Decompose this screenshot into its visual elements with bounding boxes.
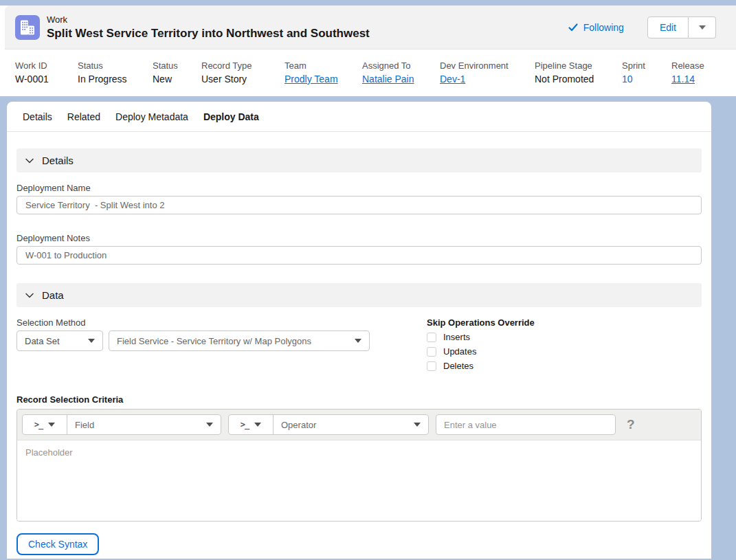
data-set-value: Field Service - Service Territory w/ Map… [117, 336, 311, 346]
chevron-down-icon [355, 339, 361, 343]
record-header-panel: Work Split West Service Territory into N… [5, 5, 736, 49]
highlight-field-value: User Story [201, 73, 279, 86]
highlight-field-label: Dev Environment [440, 60, 529, 71]
record-selection-criteria-panel: >_ Field >_ Operator [16, 409, 702, 522]
field-select[interactable]: Field [67, 415, 221, 434]
checkbox-label: Updates [443, 346, 476, 357]
chevron-down-icon [88, 339, 95, 343]
highlight-field-value: New [153, 73, 196, 86]
highlight-field-label: Release [671, 60, 706, 71]
highlight-field-value: W-0001 [15, 73, 72, 86]
section-data-header[interactable]: Data [16, 283, 702, 307]
prompt-icon: >_ [34, 420, 43, 429]
prompt-icon: >_ [241, 420, 249, 429]
tab-deploy-data[interactable]: Deploy Data [196, 102, 267, 132]
tab-related[interactable]: Related [60, 102, 108, 132]
skip-operations-label: Skip Operations Override [427, 317, 702, 328]
highlight-field-label: Assigned To [362, 60, 434, 71]
tab-bar: DetailsRelatedDeploy MetadataDeploy Data [7, 102, 711, 132]
highlight-field-value[interactable]: 10 [622, 73, 666, 86]
title-block: Work Split West Service Territory into N… [47, 14, 370, 41]
page-top-gap [0, 0, 736, 5]
edit-dropdown-button[interactable] [689, 16, 716, 38]
checkbox-label: Inserts [443, 332, 470, 342]
skip-operations-checkboxes: Inserts Updates Deletes [427, 332, 702, 371]
highlight-field-value[interactable]: 11.14 [671, 73, 706, 86]
edit-button[interactable]: Edit [647, 16, 689, 38]
page-title: Split West Service Territory into Northw… [47, 26, 370, 41]
section-title-details: Details [42, 155, 74, 166]
highlight-field-value[interactable]: Natalie Pain [362, 73, 434, 86]
tab-details[interactable]: Details [15, 102, 60, 132]
highlight-field: Assigned To Natalie Pain [362, 60, 440, 86]
deployment-name-input[interactable] [16, 196, 702, 214]
chevron-down-icon [414, 423, 421, 427]
criteria-editor[interactable] [17, 440, 701, 521]
field-placeholder: Field [75, 420, 94, 430]
tab-deploy-metadata[interactable]: Deploy Metadata [108, 102, 196, 132]
highlight-field-value: In Progress [78, 73, 147, 86]
highlights-row: Work ID W-0001 Status In Progress Status… [0, 49, 711, 96]
chevron-down-icon [699, 25, 706, 30]
field-source-select[interactable]: >_ [23, 415, 67, 434]
chevron-down-icon [254, 423, 261, 427]
record-header: Work Split West Service Territory into N… [0, 5, 736, 96]
highlight-field: Release 11.14 [671, 60, 711, 86]
highlight-field-label: Status [153, 60, 196, 71]
card-body: Details Deployment Name Deployment Notes… [7, 132, 711, 555]
check-syntax-button[interactable]: Check Syntax [16, 533, 99, 555]
highlight-field-label: Team [285, 60, 357, 71]
operator-combo: >_ Operator [228, 414, 429, 435]
data-set-select[interactable]: Field Service - Service Territory w/ Map… [109, 331, 370, 351]
highlight-field-value: Not Promoted [535, 73, 616, 86]
highlight-field-label: Status [78, 60, 147, 71]
checkbox-deletes[interactable] [427, 361, 436, 371]
highlight-field: Sprint 10 [622, 60, 671, 86]
operator-select[interactable]: Operator [274, 415, 428, 434]
highlight-field-label: Pipeline Stage [535, 60, 616, 71]
field-combo: >_ Field [22, 414, 221, 435]
selection-method-select[interactable]: Data Set [16, 331, 103, 351]
buildings-icon [19, 19, 36, 36]
work-object-icon [15, 15, 40, 40]
highlight-field: Team Prodly Team [285, 60, 362, 86]
checkbox-inserts[interactable] [427, 333, 436, 342]
deployment-notes-label: Deployment Notes [16, 233, 702, 243]
selection-method-group: Selection Method Data Set Field Service … [16, 307, 427, 371]
highlight-field: Record Type User Story [201, 60, 285, 86]
skip-operations-group: Skip Operations Override Inserts Updates… [427, 307, 702, 371]
checkbox-row: Deletes [427, 361, 702, 371]
selection-method-value: Data Set [25, 336, 60, 346]
section-title-data: Data [42, 289, 64, 301]
following-button[interactable]: Following [568, 22, 624, 33]
deployment-notes-input[interactable] [16, 246, 702, 265]
highlight-field-label: Record Type [201, 60, 279, 71]
chevron-down-icon [206, 423, 213, 427]
operator-placeholder: Operator [281, 420, 316, 430]
operator-source-select[interactable]: >_ [229, 415, 274, 434]
chevron-down-icon [48, 423, 55, 427]
highlight-field: Status New [153, 60, 201, 86]
criteria-filter-row: >_ Field >_ Operator [17, 410, 701, 440]
help-icon[interactable]: ? [627, 417, 635, 432]
highlight-field: Status In Progress [78, 60, 153, 86]
highlight-field-label: Work ID [15, 60, 72, 71]
following-label: Following [583, 22, 624, 33]
highlight-field-value[interactable]: Dev-1 [440, 73, 529, 86]
checkbox-updates[interactable] [427, 347, 436, 357]
deployment-name-label: Deployment Name [16, 183, 702, 193]
chevron-down-icon [25, 157, 34, 165]
selection-method-label: Selection Method [16, 317, 427, 328]
checkbox-row: Updates [427, 346, 702, 357]
highlight-field: Pipeline Stage Not Promoted [535, 60, 622, 86]
checkbox-row: Inserts [427, 332, 702, 342]
chevron-down-icon [25, 291, 34, 300]
highlight-field-value[interactable]: Prodly Team [285, 73, 357, 86]
main-card: DetailsRelatedDeploy MetadataDeploy Data… [7, 102, 711, 559]
highlight-field: Work ID W-0001 [15, 60, 78, 86]
object-label: Work [47, 14, 370, 25]
section-details-header[interactable]: Details [16, 148, 702, 172]
check-icon [568, 23, 579, 32]
value-input[interactable] [436, 414, 616, 435]
header-button-group: Edit [647, 16, 716, 38]
